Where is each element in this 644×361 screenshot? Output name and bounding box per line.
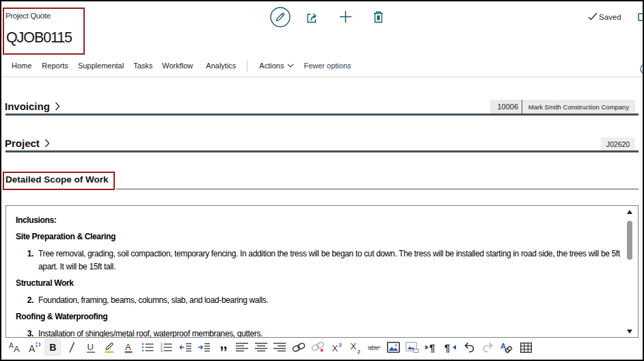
svg-text:A: A <box>29 343 36 353</box>
svg-text:A: A <box>9 342 14 349</box>
svg-text:A: A <box>500 342 506 350</box>
svg-text:¶: ¶ <box>444 342 450 353</box>
svg-text:¶: ¶ <box>429 342 435 353</box>
svg-text:A: A <box>14 344 20 353</box>
svg-text:A: A <box>125 342 131 352</box>
svg-text:3: 3 <box>161 349 163 353</box>
svg-text:X: X <box>332 343 338 353</box>
svg-text:2: 2 <box>358 348 361 353</box>
svg-text:U: U <box>87 342 93 352</box>
svg-text:X: X <box>351 342 357 351</box>
svg-text:2: 2 <box>338 342 342 348</box>
